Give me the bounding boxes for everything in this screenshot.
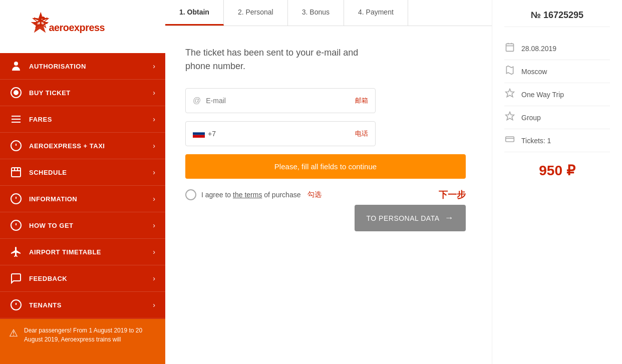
sidebar-item-feedback[interactable]: FEEDBACK › [0, 265, 165, 292]
svg-rect-36 [506, 137, 514, 142]
russia-flag [193, 130, 205, 138]
tab-payment[interactable]: 4. Payment [344, 0, 408, 26]
chevron-icon: › [153, 248, 155, 256]
tab-bonus[interactable]: 3. Bonus [288, 0, 344, 26]
star2-icon [504, 111, 515, 124]
email-field[interactable] [206, 97, 351, 105]
to-personal-button[interactable]: TO PERSONAL DATA → [355, 205, 466, 231]
feedback-icon [10, 272, 22, 284]
email-icon: @ [193, 96, 201, 105]
chevron-icon: › [153, 168, 155, 176]
sidebar-item-buy-ticket[interactable]: BUY TICKET › [0, 80, 165, 106]
sidebar-item-tenants[interactable]: TENANTS › [0, 292, 165, 318]
info-icon [10, 140, 22, 152]
order-price: 950 ₽ [504, 152, 610, 189]
next-step-cn: 下一步 [439, 189, 466, 201]
bottom-row: TO PERSONAL DATA → [185, 205, 466, 231]
sidebar-item-label: AEROEXPRESS + TAXI [29, 142, 105, 150]
logo-area: aeroexpress [0, 0, 165, 53]
sidebar-item-schedule[interactable]: SCHEDULE › [0, 159, 165, 186]
list-icon [10, 113, 22, 125]
tab-personal[interactable]: 2. Personal [224, 0, 288, 26]
email-input-group: @ 邮箱 [185, 88, 376, 113]
sidebar-item-authorisation[interactable]: AUTHORISATION › [0, 53, 165, 80]
svg-marker-35 [506, 112, 514, 120]
svg-rect-14 [12, 168, 21, 177]
chevron-icon: › [153, 274, 155, 282]
sidebar-item-how-to-get[interactable]: HOW TO GET › [0, 212, 165, 239]
tabs-bar: 1. Obtain 2. Personal 3. Bonus 4. Paymen… [165, 0, 492, 26]
phone-flag-code: +7 [193, 130, 216, 138]
to-personal-label: TO PERSONAL DATA [367, 214, 440, 222]
sidebar-item-aeroexpress-taxi[interactable]: AEROEXPRESS + TAXI › [0, 133, 165, 159]
order-group: Group [521, 114, 541, 122]
sidebar-item-label: TENANTS [29, 301, 62, 309]
order-trip-type-row: One Way Trip [504, 83, 610, 106]
phone-hint: 电话 [355, 129, 368, 138]
chevron-icon: › [153, 115, 155, 123]
agree-checkbox[interactable] [185, 189, 196, 200]
order-number: № 16725295 [504, 10, 610, 27]
sidebar-item-label: BUY TICKET [29, 89, 71, 97]
sidebar-item-label: INFORMATION [29, 195, 77, 203]
svg-rect-29 [193, 135, 205, 138]
arrow-right-icon: → [445, 213, 454, 223]
order-city: Moscow [521, 68, 547, 76]
phone-input-group: +7 电话 [185, 121, 376, 146]
tenants-icon [10, 299, 22, 311]
svg-rect-27 [193, 130, 205, 132]
order-group-row: Group [504, 106, 610, 129]
sidebar-item-label: FEEDBACK [29, 275, 67, 282]
ticket-sent-message: The ticket has been sent to your e-mail … [185, 46, 376, 73]
sidebar: aeroexpress AUTHORISATION › [0, 0, 165, 364]
plane-icon [10, 246, 22, 258]
agree-text: I agree to the terms of purchase [201, 191, 300, 199]
agree-text-after: of purchase [262, 191, 300, 199]
sidebar-item-label: AUTHORISATION [29, 63, 86, 70]
svg-text:aeroexpress: aeroexpress [49, 22, 105, 33]
order-date-row: 28.08.2019 [504, 37, 610, 60]
person-icon [10, 60, 22, 72]
sidebar-item-label: FARES [29, 116, 52, 123]
tab-obtain[interactable]: 1. Obtain [165, 0, 224, 26]
alert-triangle-icon: ⚠ [9, 327, 18, 339]
order-tickets: Tickets: 1 [521, 137, 551, 145]
tickets-icon [504, 134, 515, 147]
chevron-icon: › [153, 62, 155, 70]
svg-point-7 [14, 91, 18, 95]
ticket-icon [10, 87, 22, 99]
sidebar-item-information[interactable]: INFORMATION › [0, 186, 165, 212]
sidebar-item-label: AIRPORT TIMETABLE [29, 248, 101, 256]
svg-marker-34 [506, 89, 514, 97]
order-city-row: Moscow [504, 60, 610, 83]
email-hint: 邮箱 [355, 96, 368, 105]
nav-list: AUTHORISATION › BUY TICKET › [0, 53, 165, 319]
submit-button[interactable]: Please, fill all fields to continue [185, 154, 466, 179]
agree-hint-cn: 勾选 [307, 190, 322, 199]
sidebar-item-label: SCHEDULE [29, 169, 67, 176]
alert-text: Dear passengers! From 1 August 2019 to 2… [24, 326, 156, 344]
phone-country-code: +7 [208, 130, 216, 138]
agree-row: I agree to the terms of purchase 勾选 下一步 [185, 189, 466, 201]
schedule-icon [10, 166, 22, 178]
location-flag-icon [504, 65, 515, 78]
order-summary: № 16725295 28.08.2019 Moscow [492, 0, 622, 364]
calendar-icon [504, 42, 515, 55]
order-trip-type: One Way Trip [521, 91, 564, 99]
agree-terms-link[interactable]: the terms [233, 191, 262, 199]
svg-rect-30 [506, 44, 514, 51]
chevron-icon: › [153, 142, 155, 150]
form-area: The ticket has been sent to your e-mail … [165, 26, 492, 364]
order-tickets-row: Tickets: 1 [504, 129, 610, 152]
sidebar-item-fares[interactable]: FARES › [0, 106, 165, 133]
howtoget-icon [10, 219, 22, 231]
phone-field[interactable] [220, 130, 351, 138]
chevron-icon: › [153, 195, 155, 203]
info2-icon [10, 193, 22, 205]
chevron-icon: › [153, 89, 155, 97]
agree-text-before: I agree to [201, 191, 233, 199]
chevron-icon: › [153, 221, 155, 229]
sidebar-item-label: HOW TO GET [29, 222, 74, 229]
sidebar-item-airport-timetable[interactable]: AIRPORT TIMETABLE › [0, 239, 165, 265]
svg-point-5 [14, 62, 18, 66]
